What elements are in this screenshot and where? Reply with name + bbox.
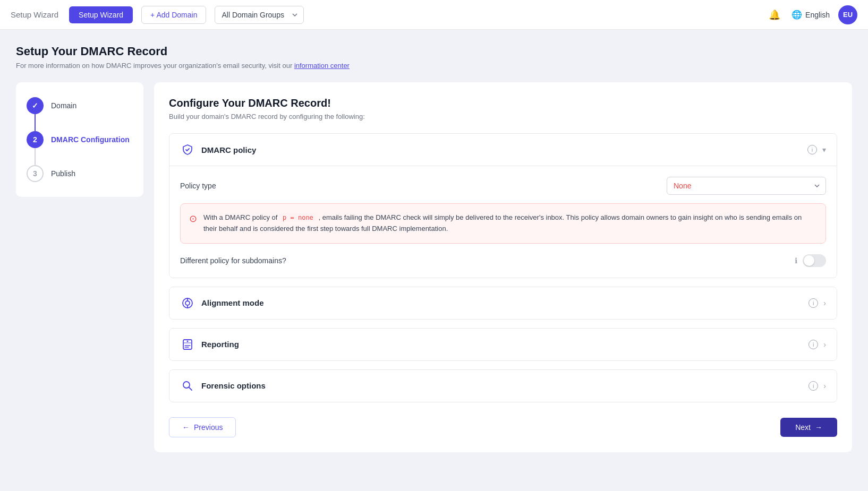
notification-bell-icon[interactable]: 🔔	[766, 6, 783, 23]
forensic-options-section: Forensic options i ›	[169, 369, 837, 402]
configure-title: Configure Your DMARC Record!	[169, 97, 837, 109]
policy-type-row: Policy type None Quarantine Reject	[180, 177, 826, 195]
alignment-mode-section: Alignment mode i ›	[169, 287, 837, 320]
reporting-section: Reporting i ›	[169, 328, 837, 361]
svg-line-7	[189, 387, 192, 390]
svg-point-1	[185, 301, 190, 305]
svg-point-6	[183, 382, 190, 388]
alignment-icon	[180, 296, 195, 311]
step-1-row: ✓ Domain	[27, 97, 76, 114]
dmarc-policy-info-icon[interactable]: i	[807, 145, 817, 154]
forensic-options-actions: i ›	[809, 381, 826, 391]
forensic-chevron-icon: ›	[823, 382, 826, 390]
steps-sidebar: ✓ Domain 2 DMARC Configuration 3 Publish	[16, 82, 143, 197]
shield-icon	[180, 142, 195, 157]
next-button[interactable]: Next →	[780, 418, 837, 437]
step-connector-2	[35, 148, 36, 165]
alignment-chevron-icon: ›	[823, 299, 826, 307]
subdomain-info-icon[interactable]: ℹ	[795, 256, 797, 265]
policy-warning-box: ⊙ With a DMARC policy of p = none , emai…	[180, 203, 826, 244]
setup-wizard-button[interactable]: Setup Wizard	[69, 6, 133, 23]
step-3-publish: 3 Publish	[27, 165, 133, 182]
svg-point-5	[187, 340, 189, 342]
arrow-right-icon: →	[815, 423, 822, 432]
app-header: Setup Wizard Setup Wizard + Add Domain A…	[0, 0, 868, 30]
page-subtitle: For more information on how DMARC improv…	[16, 62, 852, 70]
policy-code-badge: p = none	[279, 213, 317, 222]
alignment-mode-header[interactable]: Alignment mode i ›	[169, 287, 837, 319]
forensic-info-icon[interactable]: i	[809, 381, 818, 391]
app-title: Setup Wizard	[11, 10, 58, 19]
step-3-row: 3 Publish	[27, 165, 75, 182]
policy-type-label: Policy type	[180, 182, 667, 190]
reporting-chevron-icon: ›	[823, 340, 826, 349]
step-1-label: Domain	[51, 101, 76, 110]
dmarc-policy-title: DMARC policy	[201, 145, 807, 154]
step-connector-1	[35, 114, 36, 131]
info-center-link[interactable]: information center	[294, 62, 350, 70]
forensic-options-title: Forensic options	[201, 381, 809, 390]
warning-text: With a DMARC policy of p = none , emails…	[203, 212, 817, 235]
dmarc-policy-header[interactable]: DMARC policy i ▾	[169, 134, 837, 166]
globe-icon: 🌐	[792, 10, 802, 20]
domain-groups-select[interactable]: All Domain Groups	[215, 6, 304, 24]
subdomain-label: Different policy for subdomains?	[180, 256, 789, 265]
configure-subtitle: Build your domain's DMARC record by conf…	[169, 113, 837, 120]
warning-circle-icon: ⊙	[189, 213, 197, 235]
dmarc-policy-chevron-icon: ▾	[822, 145, 826, 154]
main-layout: ✓ Domain 2 DMARC Configuration 3 Publish	[16, 82, 852, 452]
policy-type-select[interactable]: None Quarantine Reject	[667, 177, 826, 195]
reporting-actions: i ›	[809, 340, 826, 349]
step-1-domain: ✓ Domain	[27, 97, 133, 131]
language-selector[interactable]: 🌐 English	[792, 10, 830, 20]
alignment-info-icon[interactable]: i	[809, 298, 818, 308]
reporting-info-icon[interactable]: i	[809, 340, 818, 349]
step-3-circle: 3	[27, 165, 44, 182]
reporting-title: Reporting	[201, 340, 809, 349]
reporting-icon	[180, 337, 195, 352]
add-domain-button[interactable]: + Add Domain	[141, 6, 206, 24]
reporting-header[interactable]: Reporting i ›	[169, 329, 837, 360]
step-2-dmarc: 2 DMARC Configuration	[27, 131, 133, 165]
page-container: Setup Your DMARC Record For more informa…	[0, 30, 868, 467]
arrow-left-icon: ←	[182, 423, 190, 432]
step-2-circle: 2	[27, 131, 44, 148]
step-1-circle: ✓	[27, 97, 44, 114]
dmarc-policy-actions: i ▾	[807, 145, 826, 154]
forensic-options-header[interactable]: Forensic options i ›	[169, 370, 837, 402]
subdomain-toggle-row: Different policy for subdomains? ℹ	[180, 254, 826, 267]
dmarc-policy-section: DMARC policy i ▾ Policy type None Quaran…	[169, 133, 837, 278]
language-label: English	[805, 11, 830, 19]
step-2-label: DMARC Configuration	[51, 135, 130, 144]
dmarc-policy-body: Policy type None Quarantine Reject ⊙ Wit…	[169, 166, 837, 278]
footer-buttons: ← Previous Next →	[169, 417, 837, 437]
forensic-icon	[180, 378, 195, 393]
step-3-label: Publish	[51, 169, 75, 178]
page-title: Setup Your DMARC Record	[16, 45, 852, 58]
alignment-mode-title: Alignment mode	[201, 298, 809, 307]
user-avatar[interactable]: EU	[838, 5, 857, 24]
alignment-mode-actions: i ›	[809, 298, 826, 308]
step-2-row: 2 DMARC Configuration	[27, 131, 130, 148]
previous-button[interactable]: ← Previous	[169, 417, 236, 437]
subdomain-toggle-switch[interactable]	[803, 254, 826, 267]
main-content-panel: Configure Your DMARC Record! Build your …	[154, 82, 852, 452]
